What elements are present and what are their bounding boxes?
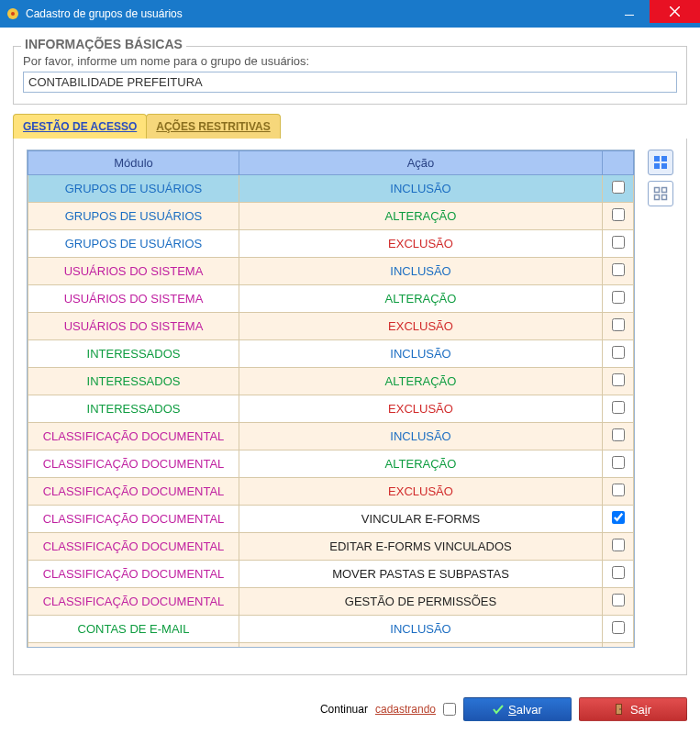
row-checkbox[interactable] bbox=[612, 373, 625, 386]
panel: Módulo Ação GRUPOS DE USUÁRIOSINCLUSÃOGR… bbox=[13, 139, 687, 675]
cell-check bbox=[603, 450, 634, 478]
row-checkbox[interactable] bbox=[612, 428, 625, 441]
row-checkbox[interactable] bbox=[612, 401, 625, 414]
footer: Continuar cadastrando Salvar Sair bbox=[13, 697, 687, 721]
table-row[interactable]: GRUPOS DE USUÁRIOSINCLUSÃO bbox=[28, 175, 634, 203]
cell-check bbox=[603, 478, 634, 506]
table-row[interactable]: INTERESSADOSINCLUSÃO bbox=[28, 340, 634, 368]
cell-action: ALTERAÇÃO bbox=[239, 450, 603, 478]
row-checkbox[interactable] bbox=[612, 291, 625, 304]
table-row[interactable]: CLASSIFICAÇÃO DOCUMENTALALTERAÇÃO bbox=[28, 450, 634, 478]
th-check[interactable] bbox=[603, 151, 634, 175]
row-checkbox[interactable] bbox=[612, 594, 625, 606]
door-icon bbox=[615, 703, 626, 716]
svg-point-1 bbox=[11, 12, 15, 16]
cell-action: ALTERAÇÃO bbox=[239, 643, 603, 649]
cell-action: EXCLUSÃO bbox=[239, 478, 603, 506]
deselect-all-button[interactable] bbox=[648, 181, 673, 206]
tab-restrict[interactable]: AÇÕES RESTRITIVAS bbox=[146, 114, 280, 139]
table-row[interactable]: USUÁRIOS DO SISTEMAALTERAÇÃO bbox=[28, 285, 634, 313]
tabs: GESTÃO DE ACESSO AÇÕES RESTRITIVAS bbox=[13, 114, 687, 139]
select-all-button[interactable] bbox=[648, 150, 673, 175]
continue-link[interactable]: cadastrando bbox=[375, 703, 436, 716]
cell-check bbox=[603, 368, 634, 395]
row-checkbox[interactable] bbox=[612, 566, 625, 579]
cell-module: CONTAS DE E-MAIL bbox=[28, 616, 239, 643]
table-row[interactable]: CONTAS DE E-MAILINCLUSÃO bbox=[28, 616, 634, 643]
table-row[interactable]: GRUPOS DE USUÁRIOSEXCLUSÃO bbox=[28, 230, 634, 258]
table-row[interactable]: INTERESSADOSALTERAÇÃO bbox=[28, 368, 634, 395]
cell-action: ALTERAÇÃO bbox=[239, 203, 603, 230]
th-module[interactable]: Módulo bbox=[28, 151, 239, 175]
table-row[interactable]: GRUPOS DE USUÁRIOSALTERAÇÃO bbox=[28, 203, 634, 230]
minimize-icon bbox=[625, 15, 634, 16]
grid-scroll[interactable]: Módulo Ação GRUPOS DE USUÁRIOSINCLUSÃOGR… bbox=[27, 150, 635, 648]
svg-rect-5 bbox=[661, 156, 667, 161]
continue-checkbox[interactable] bbox=[443, 703, 456, 716]
cell-check bbox=[603, 616, 634, 643]
cell-check bbox=[603, 313, 634, 340]
save-label: Salvar bbox=[508, 703, 542, 717]
cell-check bbox=[603, 423, 634, 450]
table-row[interactable]: CLASSIFICAÇÃO DOCUMENTALEDITAR E-FORMS V… bbox=[28, 533, 634, 561]
cell-check bbox=[603, 175, 634, 203]
cell-check bbox=[603, 533, 634, 561]
table-row[interactable]: CLASSIFICAÇÃO DOCUMENTALMOVER PASTAS E S… bbox=[28, 561, 634, 588]
app-icon bbox=[6, 6, 20, 21]
table-row[interactable]: CLASSIFICAÇÃO DOCUMENTALVINCULAR E-FORMS bbox=[28, 506, 634, 533]
cell-action: EDITAR E-FORMS VINCULADOS bbox=[239, 533, 603, 561]
row-checkbox[interactable] bbox=[612, 511, 625, 524]
tab-access-label: GESTÃO DE ACESSO bbox=[23, 120, 137, 133]
cell-module: USUÁRIOS DO SISTEMA bbox=[28, 313, 239, 340]
cell-action: INCLUSÃO bbox=[239, 258, 603, 285]
table-row[interactable]: CLASSIFICAÇÃO DOCUMENTALINCLUSÃO bbox=[28, 423, 634, 450]
cell-module: USUÁRIOS DO SISTEMA bbox=[28, 285, 239, 313]
row-checkbox[interactable] bbox=[612, 181, 625, 194]
cell-check bbox=[603, 588, 634, 616]
grid-solid-icon bbox=[653, 155, 668, 170]
cell-check bbox=[603, 561, 634, 588]
row-checkbox[interactable] bbox=[612, 456, 625, 469]
save-button[interactable]: Salvar bbox=[463, 697, 572, 721]
cell-action: GESTÃO DE PERMISSÕES bbox=[239, 588, 603, 616]
cell-module: GRUPOS DE USUÁRIOS bbox=[28, 175, 239, 203]
table-row[interactable]: CLASSIFICAÇÃO DOCUMENTALGESTÃO DE PERMIS… bbox=[28, 588, 634, 616]
cell-check bbox=[603, 203, 634, 230]
cell-module: CLASSIFICAÇÃO DOCUMENTAL bbox=[28, 506, 239, 533]
row-checkbox[interactable] bbox=[612, 263, 625, 276]
svg-point-14 bbox=[619, 708, 621, 710]
window-title: Cadastro de grupos de usuários bbox=[26, 7, 608, 20]
table-row[interactable]: USUÁRIOS DO SISTEMAINCLUSÃO bbox=[28, 258, 634, 285]
cell-check bbox=[603, 395, 634, 423]
row-checkbox[interactable] bbox=[612, 484, 625, 496]
check-icon bbox=[493, 704, 504, 715]
close-button[interactable] bbox=[650, 0, 700, 23]
cell-action: MOVER PASTAS E SUBPASTAS bbox=[239, 561, 603, 588]
row-checkbox[interactable] bbox=[612, 621, 625, 634]
exit-button[interactable]: Sair bbox=[579, 697, 687, 721]
row-checkbox[interactable] bbox=[612, 346, 625, 359]
basic-info-fieldset: INFORMAÇÕES BÁSICAS Por favor, informe u… bbox=[13, 46, 687, 105]
cell-module: CLASSIFICAÇÃO DOCUMENTAL bbox=[28, 478, 239, 506]
close-icon bbox=[670, 6, 680, 17]
minimize-button[interactable] bbox=[608, 0, 650, 23]
tab-access[interactable]: GESTÃO DE ACESSO bbox=[13, 114, 147, 139]
row-checkbox[interactable] bbox=[612, 208, 625, 221]
table-row[interactable]: INTERESSADOSEXCLUSÃO bbox=[28, 395, 634, 423]
cell-check bbox=[603, 340, 634, 368]
cell-module: CLASSIFICAÇÃO DOCUMENTAL bbox=[28, 588, 239, 616]
row-checkbox[interactable] bbox=[612, 539, 625, 551]
row-checkbox[interactable] bbox=[612, 236, 625, 249]
svg-rect-7 bbox=[661, 163, 667, 169]
permissions-table: Módulo Ação GRUPOS DE USUÁRIOSINCLUSÃOGR… bbox=[28, 150, 634, 648]
group-name-input[interactable] bbox=[23, 72, 677, 93]
cell-action: EXCLUSÃO bbox=[239, 230, 603, 258]
table-row[interactable]: CLASSIFICAÇÃO DOCUMENTALEXCLUSÃO bbox=[28, 478, 634, 506]
table-row[interactable]: USUÁRIOS DO SISTEMAEXCLUSÃO bbox=[28, 313, 634, 340]
cell-action: ALTERAÇÃO bbox=[239, 368, 603, 395]
table-row[interactable]: CONTAS DE E-MAILALTERAÇÃO bbox=[28, 643, 634, 649]
th-action[interactable]: Ação bbox=[239, 151, 603, 175]
row-checkbox[interactable] bbox=[612, 318, 625, 331]
cell-module: CLASSIFICAÇÃO DOCUMENTAL bbox=[28, 450, 239, 478]
cell-check bbox=[603, 258, 634, 285]
